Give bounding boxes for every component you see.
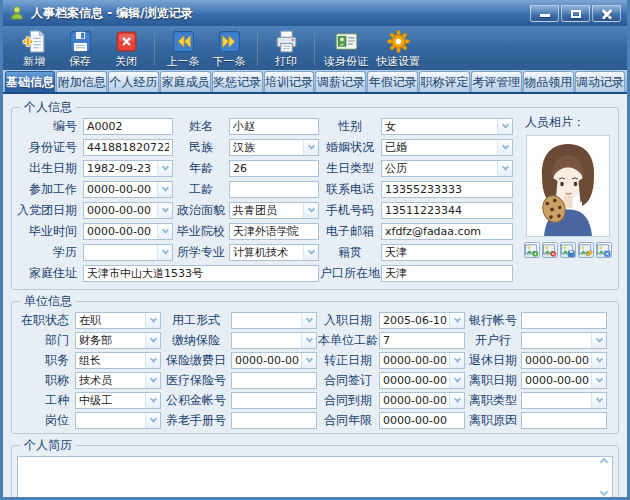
mobile-phone-input[interactable]	[381, 202, 513, 219]
graduation-school-input[interactable]	[229, 223, 319, 240]
dropdown-arrow-icon[interactable]	[497, 140, 512, 155]
dropdown-arrow-icon[interactable]	[449, 313, 464, 328]
close-button-toolbar[interactable]: 关闭	[103, 28, 149, 70]
native-place-input[interactable]	[381, 244, 513, 261]
departure-date-select[interactable]: 0000-00-00	[521, 372, 607, 389]
retirement-date-select[interactable]: 0000-00-00	[521, 352, 607, 369]
export-photo-button[interactable]	[596, 242, 612, 258]
save-button[interactable]: 保存	[57, 28, 103, 70]
household-location-input[interactable]	[381, 265, 513, 282]
dropdown-arrow-icon[interactable]	[497, 161, 512, 176]
tab-transfer-records[interactable]: 调动记录	[575, 71, 626, 92]
bank-account-input[interactable]	[521, 312, 607, 329]
education-select[interactable]	[83, 244, 173, 261]
tab-title-evaluation[interactable]: 职称评定	[419, 71, 470, 92]
tab-family-members[interactable]: 家庭成员	[160, 71, 211, 92]
graduation-date-select[interactable]: 0000-00-00	[83, 223, 173, 240]
tab-additional-info[interactable]: 附加信息	[56, 71, 107, 92]
employee-no-input[interactable]	[83, 118, 173, 135]
department-select[interactable]: 财务部	[75, 332, 161, 349]
dropdown-arrow-icon[interactable]	[157, 203, 172, 218]
major-select[interactable]: 计算机技术	[229, 244, 319, 261]
dropdown-arrow-icon[interactable]	[449, 393, 464, 408]
maximize-button[interactable]	[561, 5, 590, 22]
dropdown-arrow-icon[interactable]	[145, 333, 160, 348]
dropdown-arrow-icon[interactable]	[449, 373, 464, 388]
gender-select[interactable]: 女	[381, 118, 513, 135]
email-input[interactable]	[381, 223, 513, 240]
home-address-input[interactable]	[83, 265, 319, 282]
tab-item-requisition[interactable]: 物品领用	[523, 71, 574, 92]
work-years-input[interactable]	[229, 181, 319, 198]
medical-insurance-no-input[interactable]	[231, 372, 317, 389]
regularization-date-select[interactable]: 0000-00-00	[379, 352, 465, 369]
age-input[interactable]	[229, 160, 319, 177]
tab-basic-info[interactable]: 基础信息	[5, 71, 56, 92]
position-select[interactable]: 组长	[75, 352, 161, 369]
dropdown-arrow-icon[interactable]	[591, 333, 606, 348]
print-button[interactable]: 打印	[263, 28, 309, 70]
party-join-date-select[interactable]: 0000-00-00	[83, 202, 173, 219]
work-start-date-select[interactable]: 0000-00-00	[83, 181, 173, 198]
dropdown-arrow-icon[interactable]	[157, 182, 172, 197]
bank-name-select[interactable]	[521, 332, 607, 349]
employment-status-select[interactable]: 在职	[75, 312, 161, 329]
dropdown-arrow-icon[interactable]	[301, 313, 316, 328]
load-photo-button[interactable]	[524, 242, 540, 258]
political-status-select[interactable]: 共青团员	[229, 202, 319, 219]
save-photo-button[interactable]	[560, 242, 576, 258]
dropdown-arrow-icon[interactable]	[145, 373, 160, 388]
resume-scrollbar[interactable]	[597, 459, 610, 495]
dropdown-arrow-icon[interactable]	[145, 313, 160, 328]
minimize-button[interactable]	[530, 5, 559, 22]
insurance-type-select[interactable]	[231, 332, 317, 349]
pension-book-no-input[interactable]	[231, 412, 317, 429]
dropdown-arrow-icon[interactable]	[591, 393, 606, 408]
close-button[interactable]	[592, 5, 621, 22]
read-id-card-button[interactable]: 读身份证	[320, 28, 372, 70]
contract-sign-date-select[interactable]: 0000-00-00	[379, 372, 465, 389]
housing-fund-account-input[interactable]	[231, 392, 317, 409]
dropdown-arrow-icon[interactable]	[157, 245, 172, 260]
tab-personal-experience[interactable]: 个人经历	[108, 71, 159, 92]
id-card-no-input[interactable]	[83, 139, 173, 156]
dropdown-arrow-icon[interactable]	[157, 161, 172, 176]
birthday-type-select[interactable]: 公历	[381, 160, 513, 177]
contact-phone-input[interactable]	[381, 181, 513, 198]
next-record-button[interactable]: 下一条	[206, 28, 252, 70]
dropdown-arrow-icon[interactable]	[449, 353, 464, 368]
dropdown-arrow-icon[interactable]	[497, 119, 512, 134]
birth-date-select[interactable]: 1982-09-23	[83, 160, 173, 177]
hire-date-select[interactable]: 2005-06-10	[379, 312, 465, 329]
dropdown-arrow-icon[interactable]	[157, 224, 172, 239]
name-input[interactable]	[229, 118, 319, 135]
departure-type-select[interactable]	[521, 392, 607, 409]
edit-photo-button[interactable]	[578, 242, 594, 258]
professional-title-select[interactable]: 技术员	[75, 372, 161, 389]
unit-work-years-input[interactable]	[379, 332, 465, 349]
tab-salary-adjustment[interactable]: 调薪记录	[315, 71, 366, 92]
dropdown-arrow-icon[interactable]	[591, 373, 606, 388]
dropdown-arrow-icon[interactable]	[591, 353, 606, 368]
departure-reason-input[interactable]	[521, 412, 607, 429]
tab-reward-punishment[interactable]: 奖惩记录	[212, 71, 263, 92]
dropdown-arrow-icon[interactable]	[303, 140, 318, 155]
dropdown-arrow-icon[interactable]	[145, 413, 160, 428]
tab-assessment-management[interactable]: 考评管理	[471, 71, 522, 92]
scroll-up-icon[interactable]	[599, 458, 607, 466]
insurance-pay-date-select[interactable]: 0000-00-00	[231, 352, 317, 369]
dropdown-arrow-icon[interactable]	[301, 333, 316, 348]
contract-years-input[interactable]	[379, 412, 465, 429]
ethnicity-select[interactable]: 汉族	[229, 139, 319, 156]
dropdown-arrow-icon[interactable]	[145, 393, 160, 408]
tab-training-records[interactable]: 培训记录	[264, 71, 315, 92]
tab-annual-leave[interactable]: 年假记录	[367, 71, 418, 92]
dropdown-arrow-icon[interactable]	[145, 353, 160, 368]
delete-photo-button[interactable]	[542, 242, 558, 258]
dropdown-arrow-icon[interactable]	[303, 245, 318, 260]
previous-record-button[interactable]: 上一条	[160, 28, 206, 70]
employment-form-select[interactable]	[231, 312, 317, 329]
marital-status-select[interactable]: 已婚	[381, 139, 513, 156]
dropdown-arrow-icon[interactable]	[301, 353, 316, 368]
post-select[interactable]	[75, 412, 161, 429]
